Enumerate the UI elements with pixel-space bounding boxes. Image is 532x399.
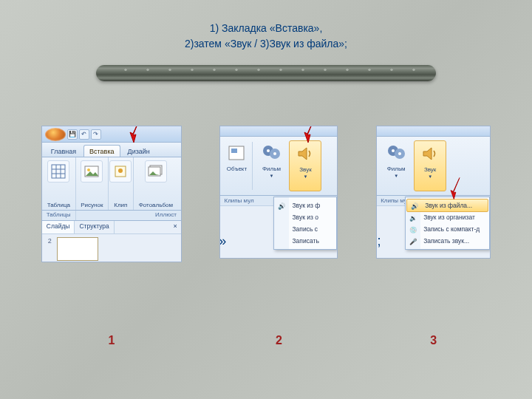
group-illustrations: Иллюст [76, 211, 181, 220]
window-chrome [220, 126, 337, 137]
cd-icon: 💿 [408, 225, 418, 235]
svg-point-19 [392, 149, 395, 152]
mic-icon: 🎤 [408, 236, 418, 247]
sound-dropdown-menu: 🔊Звук из файла... 🔉Звук из организат 💿За… [405, 197, 490, 250]
menu-sound-from-file[interactable]: 🔊Звук из файла... [406, 199, 488, 212]
menu-record-sound[interactable]: Записать [274, 235, 336, 247]
group-tables: Таблицы [42, 211, 76, 220]
ribbon-group-labels: Таблицы Иллюст [42, 211, 181, 221]
ribbon-btn-table[interactable]: Таблица [42, 157, 76, 210]
menu-sound-from-organizer[interactable]: Звук из о [274, 211, 336, 223]
menu-record-from-cd[interactable]: 💿Запись с компакт-д [406, 223, 489, 235]
slide-thumbnails: 2 [42, 234, 181, 262]
red-arrow-icon [127, 126, 143, 144]
ribbon-btn-picture[interactable]: Рисунок [76, 157, 109, 210]
svg-point-15 [267, 149, 270, 152]
red-arrow-icon [301, 126, 318, 144]
svg-rect-12 [231, 149, 237, 153]
speaker-icon [294, 143, 316, 165]
save-icon[interactable]: 💾 [67, 129, 78, 140]
close-pane-button[interactable]: × [170, 221, 181, 233]
slide-thumbnail[interactable] [57, 237, 98, 261]
ribbon-btn-album[interactable]: Фотоальбом [134, 157, 178, 210]
album-icon [145, 160, 167, 183]
chevron-down-icon: ▼ [304, 174, 308, 179]
ribbon-btn-clip[interactable]: Клип [109, 157, 134, 210]
svg-rect-0 [52, 165, 65, 178]
screenshot-1: 💾 ↶ ↷ Главная Вставка Дизайн Таблица Рис… [41, 126, 182, 262]
picture-icon [81, 160, 103, 183]
chevron-down-icon: ▼ [428, 174, 432, 179]
step-number-3: 3 [376, 334, 491, 347]
film-icon [385, 142, 407, 164]
menu-record-from-cd[interactable]: Запись с [274, 223, 336, 235]
step-numbers: 1 2 3 [0, 334, 532, 347]
step-number-2: 2 [219, 334, 338, 347]
slide-number: 2 [45, 237, 55, 261]
svg-point-6 [87, 168, 90, 171]
undo-icon[interactable]: ↶ [79, 129, 89, 140]
slide-pane-tabs: Слайды Структура × [42, 221, 181, 234]
speaker-icon [419, 143, 441, 165]
speaker-icon: 🔉 [408, 213, 418, 223]
tab-home[interactable]: Главная [45, 145, 82, 157]
film-icon [260, 142, 282, 164]
table-icon [47, 160, 69, 183]
screenshot-2: Объект Фильм▼ Звук▼ Клипы мул 🔊Звук из ф… [219, 126, 338, 259]
window-chrome [377, 126, 490, 137]
ribbon-insert: Таблица Рисунок Клип Фотоальбом [42, 157, 181, 211]
ribbon-btn-movie[interactable]: Фильм▼ [380, 140, 412, 191]
ribbon-btn-movie[interactable]: Фильм▼ [255, 140, 287, 191]
red-arrow-icon [449, 177, 463, 200]
decorative-divider [96, 65, 436, 81]
background-text: файла»; [376, 233, 381, 249]
ribbon-btn-object[interactable]: Объект [223, 140, 250, 191]
svg-point-16 [273, 152, 276, 155]
menu-sound-from-file[interactable]: 🔊Звук из ф [274, 200, 336, 211]
background-text: вка» [219, 233, 226, 249]
title-line-2: 2)затем «Звук / 3)Звук из файла»; [0, 36, 532, 52]
step-number-1: 1 [41, 334, 182, 347]
svg-point-8 [118, 168, 123, 173]
menu-sound-from-organizer[interactable]: 🔉Звук из организат [406, 211, 489, 223]
redo-icon[interactable]: ↷ [91, 129, 101, 140]
tab-design[interactable]: Дизайн [122, 145, 156, 157]
ribbon-btn-sound[interactable]: Звук▼ [414, 140, 446, 191]
svg-point-20 [398, 152, 401, 155]
chevron-down-icon: ▼ [394, 174, 398, 178]
ribbon-media: Объект Фильм▼ Звук▼ [220, 137, 337, 196]
clip-icon [109, 160, 132, 183]
ribbon-media: Фильм▼ Звук▼ [377, 137, 490, 196]
ribbon-tabs: Главная Вставка Дизайн [42, 143, 181, 157]
object-icon [225, 142, 248, 164]
ribbon-btn-sound[interactable]: Звук▼ [289, 140, 321, 191]
chevron-down-icon: ▼ [270, 174, 274, 178]
title-line-1: 1) Закладка «Вставка», [0, 21, 532, 36]
tab-insert[interactable]: Вставка [83, 145, 120, 157]
tab-outline[interactable]: Структура [75, 221, 114, 233]
quick-access-toolbar: 💾 ↶ ↷ [42, 126, 181, 143]
menu-record-sound[interactable]: 🎤Записать звук... [406, 235, 489, 247]
screenshot-3: Фильм▼ Звук▼ Клипы мул 🔊Звук из файла...… [376, 126, 491, 259]
instruction-title: 1) Закладка «Вставка», 2)затем «Звук / 3… [0, 0, 532, 52]
sound-dropdown-menu: 🔊Звук из ф Звук из о Запись с Записать [273, 197, 337, 250]
speaker-icon: 🔊 [276, 201, 287, 211]
speaker-icon: 🔊 [409, 201, 420, 211]
tab-slides[interactable]: Слайды [42, 221, 75, 233]
office-button[interactable] [45, 128, 66, 141]
